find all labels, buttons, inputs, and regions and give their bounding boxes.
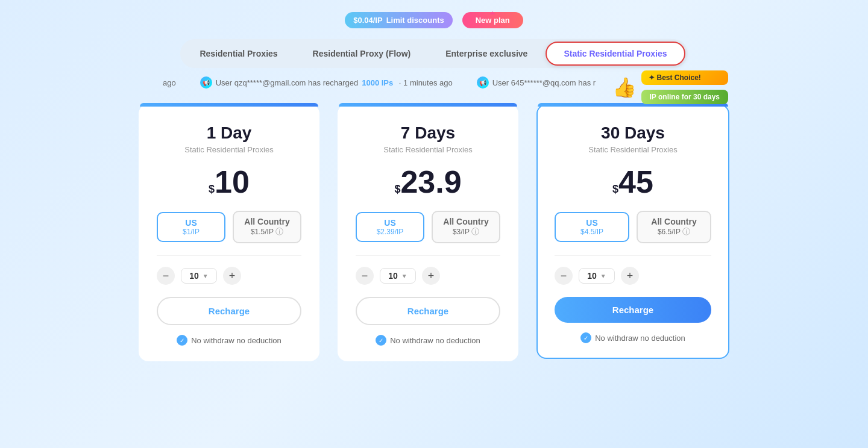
region-all-price-7days: $3/IP ⓘ	[441, 226, 491, 237]
new-plan-label: New plan	[476, 16, 510, 25]
notif-suffix-1: · 1 minutes ago	[397, 78, 453, 87]
notif-icon-1: 📢	[200, 76, 212, 89]
recharge-btn-1day[interactable]: Recharge	[157, 297, 301, 325]
qty-value-1day: 10	[189, 271, 199, 281]
discount-badge[interactable]: $0.04/IP Limit discounts	[345, 12, 453, 28]
top-badges: $0.04/IP Limit discounts New plan	[345, 12, 523, 28]
discount-label: Limit discounts	[386, 16, 444, 25]
price-amount-1day: 10	[215, 166, 250, 198]
plan-title-30days: 30 Days	[555, 123, 711, 143]
discount-price: $0.04/IP	[353, 16, 382, 25]
tab-navigation: Residential Proxies Residential Proxy (F…	[180, 39, 687, 68]
notif-text-ago: ago	[163, 78, 176, 87]
region-all-price-30days: $6.5/IP ⓘ	[646, 226, 702, 237]
plan-subtitle-7days: Static Residential Proxies	[356, 145, 500, 154]
price-dollar-7days: $	[394, 183, 400, 196]
new-plan-badge[interactable]: New plan	[462, 12, 523, 28]
qty-minus-7days[interactable]: −	[356, 267, 374, 285]
notif-highlight-1: 1000 IPs	[362, 78, 393, 87]
info-icon-30days[interactable]: ⓘ	[682, 227, 690, 236]
qty-display-1day: 10 ▼	[181, 268, 217, 284]
tab-residential-proxies[interactable]: Residential Proxies	[183, 43, 294, 64]
qty-row-7days: − 10 ▼ +	[356, 255, 500, 285]
check-icon-1day: ✓	[177, 335, 187, 346]
region-us-price-30days: $4.5/IP	[564, 228, 620, 236]
region-all-7days[interactable]: All Country $3/IP ⓘ	[432, 211, 500, 243]
price-amount-7days: 23.9	[400, 166, 461, 198]
tab-residential-flow[interactable]: Residential Proxy (Flow)	[296, 43, 428, 64]
region-us-price-7days: $2.39/IP	[365, 228, 415, 236]
best-choice-badge: ✦ Best Choice!	[641, 70, 728, 85]
region-us-1day[interactable]: US $1/IP	[157, 212, 225, 242]
region-all-1day[interactable]: All Country $1.5/IP ⓘ	[233, 211, 301, 243]
info-icon-7days[interactable]: ⓘ	[471, 227, 479, 236]
check-icon-7days: ✓	[376, 335, 386, 346]
no-withdraw-1day: ✓ No withdraw no deduction	[157, 335, 301, 346]
qty-value-30days: 10	[587, 271, 597, 281]
star-icon: ✦	[649, 73, 655, 82]
price-dollar-30days: $	[612, 183, 618, 196]
qty-plus-7days[interactable]: +	[422, 267, 440, 285]
notif-item-1: ago	[163, 76, 176, 89]
price-dollar-1day: $	[209, 183, 215, 196]
region-us-name-30days: US	[564, 218, 620, 228]
qty-plus-1day[interactable]: +	[223, 267, 241, 285]
plan-price-30days: $ 45	[555, 166, 711, 198]
region-all-name-7days: All Country	[441, 217, 491, 226]
region-all-name-30days: All Country	[646, 217, 702, 226]
notif-text-2: User 645******@qq.com has r	[492, 78, 596, 87]
region-all-name-1day: All Country	[242, 217, 292, 226]
qty-arrow-7days[interactable]: ▼	[401, 273, 407, 279]
notif-icon-2: 📢	[477, 76, 489, 89]
no-withdraw-7days: ✓ No withdraw no deduction	[356, 335, 500, 346]
qty-plus-30days[interactable]: +	[621, 267, 639, 285]
region-us-name-1day: US	[166, 218, 216, 228]
check-icon-30days: ✓	[580, 332, 591, 343]
page-wrapper: $0.04/IP Limit discounts New plan Reside…	[0, 0, 868, 448]
qty-arrow-1day[interactable]: ▼	[203, 273, 209, 279]
thumb-up-icon: 👍	[612, 76, 637, 99]
qty-arrow-30days[interactable]: ▼	[600, 273, 606, 279]
qty-value-7days: 10	[388, 271, 398, 281]
tab-enterprise[interactable]: Enterprise exclusive	[429, 43, 544, 64]
region-row-1day: US $1/IP All Country $1.5/IP ⓘ	[157, 211, 301, 243]
plan-card-30days: 👍 ✦ Best Choice! IP online for 30 days 3…	[536, 104, 729, 359]
qty-row-30days: − 10 ▼ +	[555, 255, 711, 285]
plan-price-1day: $ 10	[157, 166, 301, 198]
region-us-7days[interactable]: US $2.39/IP	[356, 212, 424, 242]
plan-title-7days: 7 Days	[356, 123, 500, 143]
plan-subtitle-30days: Static Residential Proxies	[555, 145, 711, 154]
region-row-30days: US $4.5/IP All Country $6.5/IP ⓘ	[555, 211, 711, 243]
qty-minus-30days[interactable]: −	[555, 267, 573, 285]
plan-title-1day: 1 Day	[157, 123, 301, 143]
plans-container: 1 Day Static Residential Proxies $ 10 US…	[139, 104, 729, 361]
qty-row-1day: − 10 ▼ +	[157, 255, 301, 285]
plan-price-7days: $ 23.9	[356, 166, 500, 198]
ip-online-badge: IP online for 30 days	[641, 90, 728, 104]
badge-stack: ✦ Best Choice! IP online for 30 days	[641, 70, 728, 104]
qty-minus-1day[interactable]: −	[157, 267, 175, 285]
notif-text-1: User qzq*****@gmail.com has recharged	[216, 78, 358, 87]
featured-badges: 👍 ✦ Best Choice! IP online for 30 days	[612, 70, 728, 104]
recharge-btn-7days[interactable]: Recharge	[356, 297, 500, 325]
featured-badges-inner: 👍 ✦ Best Choice! IP online for 30 days	[612, 70, 728, 104]
notif-item-2: 📢 User qzq*****@gmail.com has recharged …	[200, 76, 453, 89]
recharge-btn-30days[interactable]: Recharge	[555, 297, 711, 323]
notif-item-3: 📢 User 645******@qq.com has r	[477, 76, 596, 89]
plan-card-7days: 7 Days Static Residential Proxies $ 23.9…	[338, 104, 518, 361]
qty-display-7days: 10 ▼	[380, 268, 416, 284]
region-us-name-7days: US	[365, 218, 415, 228]
region-row-7days: US $2.39/IP All Country $3/IP ⓘ	[356, 211, 500, 243]
plan-card-1day: 1 Day Static Residential Proxies $ 10 US…	[139, 104, 319, 361]
region-all-30days[interactable]: All Country $6.5/IP ⓘ	[637, 211, 711, 243]
region-us-price-1day: $1/IP	[166, 228, 216, 236]
price-amount-30days: 45	[618, 166, 653, 198]
info-icon-1day[interactable]: ⓘ	[275, 227, 283, 236]
region-all-price-1day: $1.5/IP ⓘ	[242, 226, 292, 237]
plan-subtitle-1day: Static Residential Proxies	[157, 145, 301, 154]
tab-static-residential[interactable]: Static Residential Proxies	[546, 42, 685, 66]
no-withdraw-30days: ✓ No withdraw no deduction	[555, 332, 711, 343]
qty-display-30days: 10 ▼	[579, 268, 615, 284]
region-us-30days[interactable]: US $4.5/IP	[555, 212, 629, 242]
